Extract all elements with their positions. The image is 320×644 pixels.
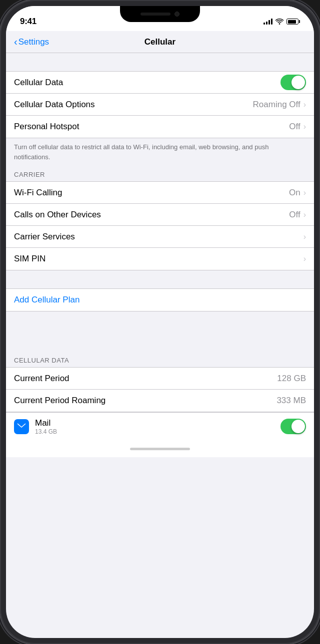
status-time: 9:41 — [20, 17, 36, 27]
toggle-knob — [292, 76, 305, 89]
notch — [120, 6, 200, 22]
personal-hotspot-right: Off › — [289, 122, 306, 132]
page-title: Cellular — [144, 37, 176, 47]
home-indicator — [6, 440, 314, 457]
current-period-roaming-value: 333 MB — [276, 396, 306, 406]
carrier-services-label: Carrier Services — [14, 232, 75, 242]
personal-hotspot-label: Personal Hotspot — [14, 122, 79, 132]
current-period-roaming-label: Current Period Roaming — [14, 396, 106, 406]
screen: 9:41 — [6, 6, 314, 638]
cellular-main-group: Cellular Data Cellular Data Options Roam… — [6, 71, 314, 138]
nav-bar: ‹ Settings Cellular — [6, 31, 314, 53]
current-period-label: Current Period — [14, 374, 70, 384]
battery-icon — [286, 19, 300, 25]
add-cellular-plan-label: Add Cellular Plan — [14, 295, 80, 305]
cellular-data-section-header: CELLULAR DATA — [6, 347, 314, 367]
mail-toggle[interactable] — [280, 419, 306, 434]
cellular-description: Turn off cellular data to restrict all d… — [6, 138, 314, 168]
cellular-data-options-value: Roaming Off — [253, 100, 300, 110]
signal-bar-2 — [266, 22, 268, 25]
signal-bars-icon — [264, 19, 272, 25]
add-plan-group: Add Cellular Plan — [6, 288, 314, 311]
toggle-knob — [292, 420, 305, 433]
mid-spacer — [6, 270, 314, 288]
mail-app-icon — [14, 419, 29, 434]
back-label: Settings — [18, 37, 49, 47]
sim-pin-right: › — [304, 254, 306, 263]
sim-pin-label: SIM PIN — [14, 254, 46, 264]
cellular-stats-group: Current Period 128 GB Current Period Roa… — [6, 367, 314, 412]
current-period-item: Current Period 128 GB — [6, 368, 314, 390]
top-spacer — [6, 53, 314, 71]
back-chevron-icon: ‹ — [14, 36, 18, 48]
carrier-group: Wi-Fi Calling On › Calls on Other Device… — [6, 181, 314, 270]
chevron-right-icon: › — [304, 100, 306, 109]
carrier-section-header: CARRIER — [6, 168, 314, 181]
cellular-data-options-label: Cellular Data Options — [14, 100, 95, 110]
status-icons — [264, 19, 300, 25]
add-cellular-plan-item[interactable]: Add Cellular Plan — [6, 289, 314, 311]
wifi-calling-label: Wi-Fi Calling — [14, 188, 62, 198]
calls-other-devices-right: Off › — [289, 210, 306, 220]
wifi-calling-item[interactable]: Wi-Fi Calling On › — [6, 182, 314, 204]
settings-content: Cellular Data Cellular Data Options Roam… — [6, 53, 314, 457]
cellular-data-label: Cellular Data — [14, 78, 63, 88]
back-button[interactable]: ‹ Settings — [14, 36, 49, 48]
mail-text: Mail 13.4 GB — [35, 418, 280, 435]
calls-other-devices-value: Off — [289, 210, 300, 220]
cellular-data-options-item[interactable]: Cellular Data Options Roaming Off › — [6, 94, 314, 116]
large-spacer — [6, 311, 314, 347]
phone-frame: 9:41 — [0, 0, 320, 644]
notch-camera — [174, 12, 180, 17]
cellular-data-options-right: Roaming Off › — [253, 100, 306, 110]
cellular-data-toggle[interactable] — [280, 75, 306, 90]
carrier-services-item[interactable]: Carrier Services › — [6, 226, 314, 248]
mail-envelope-icon — [17, 423, 26, 430]
notch-speaker — [140, 13, 170, 16]
chevron-right-icon: › — [304, 232, 306, 241]
mail-label: Mail — [35, 418, 280, 428]
mail-size: 13.4 GB — [35, 428, 280, 435]
chevron-right-icon: › — [304, 254, 306, 263]
home-bar — [130, 448, 190, 450]
calls-other-devices-item[interactable]: Calls on Other Devices Off › — [6, 204, 314, 226]
mail-item: Mail 13.4 GB — [6, 412, 314, 440]
chevron-right-icon: › — [304, 210, 306, 219]
wifi-calling-right: On › — [289, 188, 306, 198]
wifi-icon — [276, 19, 284, 25]
personal-hotspot-item[interactable]: Personal Hotspot Off › — [6, 116, 314, 138]
chevron-right-icon: › — [304, 122, 306, 131]
wifi-calling-value: On — [289, 188, 300, 198]
current-period-value: 128 GB — [277, 374, 306, 384]
personal-hotspot-value: Off — [289, 122, 300, 132]
sim-pin-item[interactable]: SIM PIN › — [6, 248, 314, 270]
current-period-roaming-item: Current Period Roaming 333 MB — [6, 390, 314, 412]
calls-other-devices-label: Calls on Other Devices — [14, 210, 101, 220]
chevron-right-icon: › — [304, 188, 306, 197]
cellular-data-item: Cellular Data — [6, 72, 314, 94]
signal-bar-3 — [268, 20, 270, 25]
signal-bar-4 — [271, 19, 272, 25]
carrier-services-right: › — [304, 232, 306, 241]
status-bar: 9:41 — [6, 6, 314, 31]
signal-bar-1 — [264, 23, 265, 25]
